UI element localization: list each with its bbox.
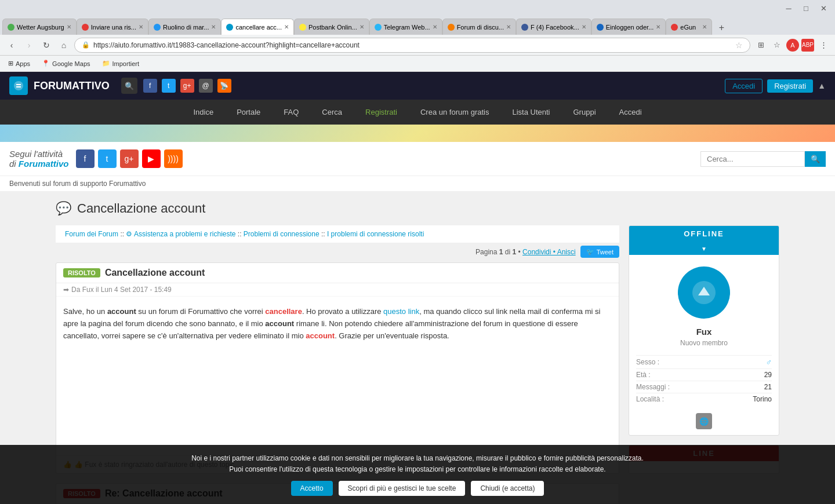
- nav-crea-forum[interactable]: Crea un forum gratis: [409, 100, 501, 125]
- lock-icon: 🔒: [82, 41, 90, 49]
- forum-icon[interactable]: @: [199, 79, 213, 93]
- back-button[interactable]: ‹: [5, 38, 19, 52]
- cookie-manage-button[interactable]: Scopri di più e gestisci le tue scelte: [339, 481, 466, 496]
- minimize-icon[interactable]: ─: [782, 1, 796, 15]
- nav-gruppi[interactable]: Gruppi: [562, 100, 608, 125]
- importiert-label: Importiert: [112, 60, 139, 67]
- star-icon[interactable]: ☆: [735, 41, 743, 50]
- googleplus-icon[interactable]: g+: [180, 79, 194, 93]
- segui-googleplus-icon[interactable]: g+: [120, 149, 139, 168]
- tab-1[interactable]: Wetter Augsburg ✕: [2, 19, 77, 35]
- tab-8[interactable]: F (4) Facebook... ✕: [516, 19, 591, 35]
- web-icon[interactable]: 🌐: [696, 413, 712, 429]
- header-chevron-icon[interactable]: ▲: [818, 81, 826, 90]
- tab-9[interactable]: Einloggen oder... ✕: [591, 19, 666, 35]
- segui-facebook-icon[interactable]: f: [76, 149, 95, 168]
- account-link[interactable]: account: [306, 331, 335, 340]
- translate-icon[interactable]: ⊞: [754, 38, 768, 52]
- search-button[interactable]: 🔍: [805, 151, 826, 167]
- tab-close-4[interactable]: ✕: [284, 24, 289, 30]
- breadcrumb-problemi-risolti[interactable]: I problemi di connessione risolti: [327, 230, 424, 238]
- navigation-bar: ‹ › ↻ ⌂ 🔒 https://aiuto.forumattivo.it/t…: [0, 35, 835, 56]
- tab-3[interactable]: Ruolino di mar... ✕: [148, 19, 221, 35]
- close-icon[interactable]: ✕: [816, 1, 830, 15]
- nav-cerca[interactable]: Cerca: [310, 100, 354, 125]
- site-logo: FORUMATTIVO: [34, 80, 110, 92]
- new-tab-button[interactable]: +: [714, 21, 728, 35]
- social-icons-row: f t g+ ▶ )))): [76, 149, 183, 168]
- post-1-header: RISOLTO Cancellazione account: [56, 263, 619, 283]
- tweet-button[interactable]: 🐦 Tweet: [580, 246, 619, 258]
- profile-icon[interactable]: A: [786, 39, 799, 52]
- rss-icon[interactable]: 📡: [217, 79, 231, 93]
- tab-close-3[interactable]: ✕: [211, 24, 216, 30]
- address-bar[interactable]: 🔒 https://aiuto.forumattivo.it/t19883-ca…: [74, 38, 750, 53]
- breadcrumb-aiuto[interactable]: ⚙ Assistenza a problemi e richieste: [126, 230, 235, 238]
- bookmark-google-maps[interactable]: 📍 Google Maps: [38, 59, 93, 68]
- google-maps-icon: 📍: [42, 60, 50, 67]
- segui-youtube-icon[interactable]: ▶: [142, 149, 161, 168]
- tab-5[interactable]: Postbank Onlin... ✕: [294, 19, 369, 35]
- search-input[interactable]: [700, 151, 805, 167]
- tab-close-8[interactable]: ✕: [582, 24, 586, 30]
- forward-button[interactable]: ›: [22, 38, 36, 52]
- segui-twitter-icon[interactable]: t: [98, 149, 117, 168]
- header-search-button[interactable]: 🔍: [121, 78, 137, 94]
- nav-faq[interactable]: FAQ: [272, 100, 310, 125]
- facebook-icon[interactable]: f: [143, 79, 157, 93]
- extension-icon[interactable]: ABP: [801, 39, 814, 52]
- nav-indice[interactable]: Indice: [181, 100, 225, 125]
- tab-7[interactable]: Forum di discu... ✕: [442, 19, 516, 35]
- tab-favicon-7: [448, 24, 455, 31]
- cookie-accept-button[interactable]: Accetto: [291, 481, 333, 496]
- tweet-icon: 🐦: [586, 248, 594, 255]
- questo-link[interactable]: questo link: [383, 307, 419, 316]
- home-button[interactable]: ⌂: [57, 38, 71, 52]
- bookmark-importiert[interactable]: 📁 Importiert: [99, 59, 143, 68]
- accedi-button[interactable]: Accedi: [725, 79, 763, 93]
- messaggi-row: Messaggi : 21: [636, 381, 772, 393]
- segui-rss-icon[interactable]: )))): [164, 149, 183, 168]
- status-dropdown[interactable]: ▼: [629, 242, 779, 255]
- bookmark-apps[interactable]: ⊞ Apps: [5, 59, 34, 68]
- menu-icon[interactable]: ⋮: [816, 38, 830, 52]
- cookie-text-line2: Puoi consentire l'utilizzo di questa tec…: [229, 465, 605, 473]
- eta-label: Età :: [636, 371, 651, 379]
- refresh-button[interactable]: ↻: [39, 38, 53, 52]
- localita-row: Località : Torino: [636, 393, 772, 405]
- cookie-close-button[interactable]: Chiudi (e accetta): [471, 481, 544, 496]
- registrati-button[interactable]: Registrati: [767, 79, 813, 93]
- tab-10[interactable]: eGun ✕: [666, 19, 712, 35]
- folder-icon: 📁: [102, 60, 110, 67]
- tab-close-9[interactable]: ✕: [656, 24, 660, 30]
- tab-close-2[interactable]: ✕: [139, 24, 143, 30]
- user-status-text: OFFLINE: [684, 229, 724, 238]
- bookmark-icon[interactable]: ☆: [770, 38, 784, 52]
- nav-right-icons: ⊞ ☆ A ABP ⋮: [754, 38, 830, 52]
- condividi-link[interactable]: Condividi • Anisci: [522, 248, 576, 256]
- tab-close-5[interactable]: ✕: [360, 24, 364, 30]
- eta-row: Età : 29: [636, 368, 772, 381]
- nav-portale[interactable]: Portale: [225, 100, 272, 125]
- tab-close-6[interactable]: ✕: [433, 24, 437, 30]
- maximize-icon[interactable]: □: [799, 1, 813, 15]
- cookie-text: Noi e i nostri partner utilizziamo cooki…: [12, 453, 823, 475]
- tab-close-10[interactable]: ✕: [702, 24, 707, 30]
- tab-6[interactable]: Telegram Web... ✕: [369, 19, 442, 35]
- breadcrumb-forum-dei-forum[interactable]: Forum dei Forum: [65, 230, 118, 238]
- twitter-icon[interactable]: t: [162, 79, 176, 93]
- nav-lista-utenti[interactable]: Lista Utenti: [500, 100, 561, 125]
- tab-favicon-8: [521, 24, 528, 31]
- header-social-icons: f t g+ @ 📡: [143, 79, 231, 93]
- tab-4[interactable]: cancellare acc... ✕: [221, 19, 293, 35]
- account-bold-2: account: [265, 319, 294, 328]
- breadcrumb-problemi-connessione[interactable]: Problemi di connessione: [244, 230, 320, 238]
- user-status-bar: OFFLINE: [629, 226, 779, 242]
- nav-accedi[interactable]: Accedi: [608, 100, 654, 125]
- welcome-bar: Benvenuti sul forum di supporto Forumatt…: [0, 176, 835, 192]
- nav-registrati[interactable]: Registrati: [354, 100, 409, 125]
- tab-close-7[interactable]: ✕: [506, 24, 511, 30]
- tab-label-7: Forum di discu...: [457, 24, 504, 31]
- tab-2[interactable]: Inviare una ris... ✕: [77, 19, 148, 35]
- tab-close-1[interactable]: ✕: [67, 24, 71, 30]
